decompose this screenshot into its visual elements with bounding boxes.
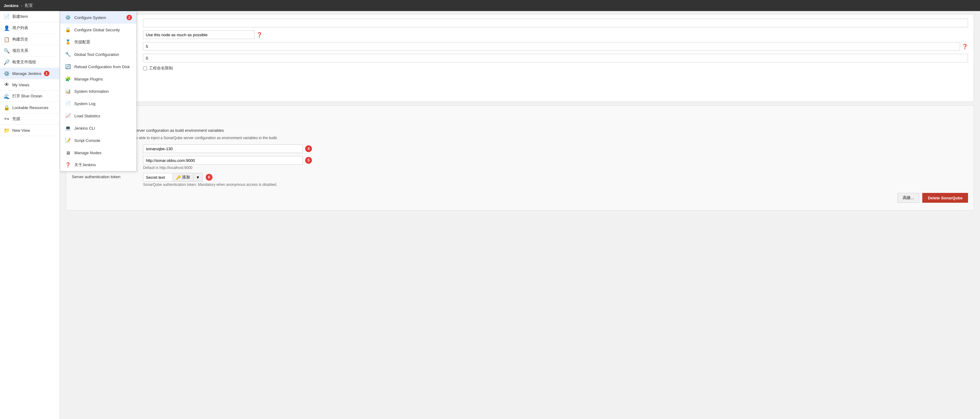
dropdown-jenkins-cli[interactable]: 💻 Jenkins CLI xyxy=(60,122,136,134)
sidebar-item-label: 用户列表 xyxy=(12,25,28,31)
usage-select[interactable]: Use this node as much as possible Only b… xyxy=(143,30,255,39)
sonar-name-input[interactable] xyxy=(143,144,303,153)
system-info-icon: 📊 xyxy=(64,88,71,95)
sidebar-item-label: 项目关系 xyxy=(12,48,28,53)
reload-config-icon: 🔄 xyxy=(64,63,71,70)
new-item-icon: 📄 xyxy=(4,14,10,20)
dropdown-about-jenkins[interactable]: ❓ 关于Jenkins xyxy=(60,159,136,171)
sonar-url-hint: Default is http://localhost:9000 xyxy=(143,166,312,170)
form-row-env: environment variables xyxy=(72,82,968,86)
usage-section: 称签 用法 Use this node as much as possible … xyxy=(66,14,974,102)
sidebar-item-new-item[interactable]: 📄 新建Item xyxy=(0,11,60,22)
dropdown-item-label: Configure Global Security xyxy=(74,28,120,32)
configure-system-icon: ⚙️ xyxy=(64,14,71,21)
label-input[interactable] xyxy=(143,19,968,27)
sidebar-item-lockable[interactable]: 🔒 Lockable Resources xyxy=(0,102,60,113)
sonar-url-control: 5 Default is http://localhost:9000 xyxy=(143,156,312,170)
sonar-auth-row-inner: Secret text 🔑 添加 ▼ 6 xyxy=(143,173,277,182)
dropdown-system-log[interactable]: 📄 System Log xyxy=(60,97,136,110)
blue-ocean-icon: 🌊 xyxy=(4,93,10,99)
dropdown-item-label: Configure System xyxy=(74,15,106,20)
sidebar-item-credentials[interactable]: 🗝 凭据 xyxy=(0,113,60,125)
sidebar-item-label: Manage Jenkins xyxy=(12,71,41,76)
key-icon: 🔑 xyxy=(176,175,181,180)
sidebar-item-label: Lockable Resources xyxy=(12,105,49,110)
sonar-section: SonarQube servers 3 environment variable… xyxy=(66,105,974,210)
sonar-name-row: Name 4 xyxy=(72,144,968,153)
dropdown-reload-config[interactable]: 🔄 Reload Configuration from Disk xyxy=(60,61,136,73)
sidebar-item-new-view[interactable]: 📁 New View xyxy=(0,125,60,136)
sonar-checkbox-desc: If checked, job administrators will be a… xyxy=(79,136,968,140)
form-row-project-name: 工程命名限制 xyxy=(72,65,968,71)
topbar-page: 配置 xyxy=(25,3,33,8)
usage-help-icon[interactable]: ❓ xyxy=(256,32,262,38)
dropdown-menu: ⚙️ Configure System 2 🔒 Configure Global… xyxy=(60,11,137,171)
dropdown-load-statistics[interactable]: 📈 Load Statistics xyxy=(60,110,136,122)
credentials-config-icon: 🏅 xyxy=(64,39,71,45)
sidebar-item-project-relations[interactable]: 🔍 项目关系 xyxy=(0,45,60,57)
wait-input[interactable] xyxy=(143,42,960,51)
manage-jenkins-badge: 1 xyxy=(44,71,49,76)
dropdown-item-label: 关于Jenkins xyxy=(74,162,96,168)
system-log-icon: 📄 xyxy=(64,100,71,107)
form-row-wait: 生成前等待时间 ❓ xyxy=(72,42,968,51)
dropdown-manage-nodes[interactable]: 🖥 Manage Nodes xyxy=(60,147,136,159)
manage-nodes-icon: 🖥 xyxy=(64,149,71,156)
dropdown-configure-system[interactable]: ⚙️ Configure System 2 xyxy=(60,11,136,24)
advanced-button[interactable]: 高级... xyxy=(897,193,919,203)
sidebar-item-label: 打开 Blue Ocean xyxy=(12,93,42,99)
auth-type-select[interactable]: Secret text xyxy=(143,173,173,182)
url-badge-5: 5 xyxy=(305,157,312,164)
sidebar-item-check-file[interactable]: 🔎 检查文件指纹 xyxy=(0,57,60,68)
sidebar-item-label: New View xyxy=(12,128,30,133)
sonar-url-input[interactable] xyxy=(143,156,303,165)
sonar-auth-row: Server authentication token Secret text … xyxy=(72,173,968,187)
dropdown-global-tool[interactable]: 🔧 Global Tool Configuration xyxy=(60,48,136,61)
wait-help-icon[interactable]: ❓ xyxy=(962,44,968,49)
sonar-env-vars-label: environment variables xyxy=(72,120,968,125)
scm-control xyxy=(143,54,968,62)
sonar-name-control: 4 xyxy=(143,144,312,153)
sidebar-item-my-views[interactable]: 👁 My Views xyxy=(0,79,60,91)
auth-add-button[interactable]: 🔑 添加 xyxy=(173,173,193,182)
delete-sonarqube-button[interactable]: Delete SonarQube xyxy=(922,193,968,203)
project-name-checkbox[interactable] xyxy=(143,66,147,70)
new-view-icon: 📁 xyxy=(4,127,10,133)
dropdown-manage-plugins[interactable]: 🧩 Manage Plugins xyxy=(60,73,136,85)
auth-dropdown-button[interactable]: ▼ xyxy=(193,173,203,182)
sidebar-item-manage-jenkins[interactable]: ⚙️ Manage Jenkins 1 xyxy=(0,68,60,79)
sonar-auth-hint: SonarQube authentication token. Mandator… xyxy=(143,182,277,187)
sidebar-item-label: 构建历史 xyxy=(12,37,28,42)
sonar-auth-label: Server authentication token xyxy=(72,173,139,179)
usage-control: Use this node as much as possible Only b… xyxy=(143,30,968,39)
sidebar-item-blue-ocean[interactable]: 🌊 打开 Blue Ocean xyxy=(0,91,60,102)
sidebar-item-build-history[interactable]: 📋 构建历史 xyxy=(0,34,60,45)
main-content: 称签 用法 Use this node as much as possible … xyxy=(60,11,980,419)
dropdown-item-label: Jenkins CLI xyxy=(74,126,95,131)
dropdown-credentials-config[interactable]: 🏅 凭据配置 xyxy=(60,36,136,48)
dropdown-item-label: Load Statistics xyxy=(74,114,100,118)
dropdown-script-console[interactable]: 📝 Script Console xyxy=(60,134,136,147)
dropdown-item-label: Manage Nodes xyxy=(74,151,101,155)
sidebar-item-label: My Views xyxy=(12,83,29,87)
topbar-separator: › xyxy=(21,3,22,8)
usage-select-wrapper: Use this node as much as possible Only b… xyxy=(143,30,255,39)
dropdown-item-label: System Log xyxy=(74,101,95,106)
scm-input[interactable] xyxy=(143,54,968,62)
topbar-brand[interactable]: Jenkins xyxy=(4,3,18,8)
sonar-section-heading: SonarQube servers 3 xyxy=(72,110,968,117)
label-field-control xyxy=(143,19,968,27)
name-badge-4: 4 xyxy=(305,145,312,152)
dropdown-item-label: Manage Plugins xyxy=(74,77,103,81)
sidebar-item-user-list[interactable]: 👤 用户列表 xyxy=(0,22,60,34)
load-statistics-icon: 📈 xyxy=(64,112,71,119)
my-views-icon: 👁 xyxy=(4,82,10,88)
project-name-limit-label: 工程命名限制 xyxy=(149,65,173,71)
sidebar-item-label: 凭据 xyxy=(12,116,20,122)
sidebar-item-label: 新建Item xyxy=(12,14,28,19)
sidebar: 📄 新建Item 👤 用户列表 📋 构建历史 🔍 项目关系 🔎 检查文件指纹 ⚙… xyxy=(0,11,60,419)
form-row-deferred: deferred wipeout on this node xyxy=(72,74,968,79)
wait-control: ❓ xyxy=(143,42,968,51)
dropdown-system-information[interactable]: 📊 System Information xyxy=(60,85,136,97)
dropdown-configure-security[interactable]: 🔒 Configure Global Security xyxy=(60,24,136,36)
